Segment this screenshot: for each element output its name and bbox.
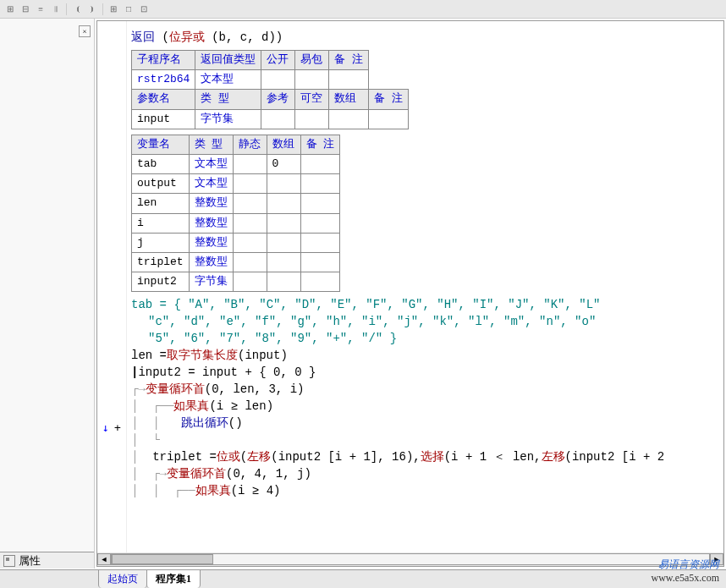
code-args: (i ≥ len) xyxy=(209,398,273,415)
cursor-icon: | xyxy=(131,365,138,382)
fn-shl: 左移 xyxy=(247,449,271,466)
fn-xor: 位异或 xyxy=(169,30,205,47)
toolbar-icon[interactable]: ≡ xyxy=(34,3,47,16)
toolbar-icon[interactable]: ⊡ xyxy=(137,3,151,16)
var-type[interactable]: 文本型 xyxy=(189,154,233,173)
col-array: 数组 xyxy=(329,90,369,109)
toolbar-icon[interactable]: ⊞ xyxy=(3,3,17,16)
subroutine-table: 子程序名 返回值类型 公开 易包 备 注 rstr2b64 文本型 参数名 类 … xyxy=(131,50,409,129)
code-args: (i ≥ 4) xyxy=(231,483,281,500)
code-text: (i + 1 ＜ len, xyxy=(444,449,542,466)
var-type[interactable]: 整数型 xyxy=(189,233,233,252)
code-text: (input2 [i + 1], 16), xyxy=(271,449,420,466)
fn-if: 如果真 xyxy=(195,483,231,500)
code-args: (0, len, 3, i) xyxy=(205,382,305,398)
col-rettype: 返回值类型 xyxy=(195,51,261,70)
top-toolbar: ⊞ ⊟ ≡ ⫴ ⟬ ⟭ ⊞ □ ⊡ xyxy=(0,0,726,19)
properties-tab[interactable]: 属性 xyxy=(0,552,94,569)
toolbar-icon[interactable]: ⟬ xyxy=(70,3,84,16)
args: (b, c, d) xyxy=(212,30,276,47)
col-param: 参数名 xyxy=(132,90,195,109)
code-line: "c", "d", "e", "f", "g", "h", "i", "j", … xyxy=(148,314,596,331)
sub-name[interactable]: rstr2b64 xyxy=(132,70,195,90)
var-type[interactable]: 整数型 xyxy=(189,194,233,213)
code-content[interactable]: 返回 ( 位异或 (b, c, d) ) 子程序名 返回值类型 公开 易包 备 … xyxy=(131,30,723,549)
code-text: ( xyxy=(240,449,247,466)
watermark: 易语言资源网 www.e5a5x.com xyxy=(651,558,719,585)
col-remark: 备 注 xyxy=(369,90,409,109)
var-type[interactable]: 整数型 xyxy=(189,252,233,272)
col-subname: 子程序名 xyxy=(132,51,195,70)
col-remark: 备 注 xyxy=(300,135,340,154)
scroll-left-icon[interactable]: ◄ xyxy=(97,553,111,565)
var-name[interactable]: tab xyxy=(132,154,190,173)
toolbar-icon[interactable]: ⊟ xyxy=(19,3,32,16)
variables-table: 变量名 类 型 静态 数组 备 注 tab文本型0 output文本型 len整… xyxy=(131,135,340,293)
properties-icon xyxy=(3,555,15,567)
tab-program-set[interactable]: 程序集1 xyxy=(146,569,201,588)
toolbar-icon[interactable]: ⊞ xyxy=(107,3,120,16)
table-row[interactable]: tab文本型0 xyxy=(132,154,340,173)
code-text: triplet = xyxy=(152,449,217,466)
toolbar-icon[interactable]: ⟭ xyxy=(85,3,99,16)
watermark-text: 易语言资源网 xyxy=(651,558,719,572)
code-line: input2 = input + { 0, 0 } xyxy=(138,365,316,382)
col-type: 类 型 xyxy=(189,135,233,154)
code-editor[interactable]: ↓ + 返回 ( 位异或 (b, c, d) ) 子程序名 返回值类型 公开 易… xyxy=(96,20,724,567)
table-row[interactable]: input 字节集 xyxy=(132,109,409,129)
table-row[interactable]: j整数型 xyxy=(132,233,340,252)
var-name[interactable]: i xyxy=(132,213,190,233)
col-nullable: 可空 xyxy=(295,90,329,109)
param-type[interactable]: 字节集 xyxy=(195,109,261,129)
var-name[interactable]: j xyxy=(132,233,190,252)
scroll-track[interactable] xyxy=(111,553,710,565)
code-args: (input) xyxy=(238,348,288,365)
horizontal-scrollbar[interactable]: ◄ ► xyxy=(97,552,723,566)
gutter: ↓ + xyxy=(97,21,127,566)
fn-bytelen: 取字节集长度 xyxy=(167,348,238,365)
param-name[interactable]: input xyxy=(132,109,195,129)
code-text: len = xyxy=(131,348,167,365)
close-icon[interactable]: × xyxy=(79,25,91,37)
table-row[interactable]: input2字节集 xyxy=(132,272,340,292)
sub-type[interactable]: 文本型 xyxy=(195,70,261,90)
toolbar-icon[interactable]: □ xyxy=(122,3,135,16)
properties-label: 属性 xyxy=(19,553,41,569)
gutter-down-icon: ↓ xyxy=(102,421,109,434)
table-row[interactable]: i整数型 xyxy=(132,213,340,233)
col-type: 类 型 xyxy=(195,90,261,109)
col-remark: 备 注 xyxy=(329,51,369,70)
var-type[interactable]: 整数型 xyxy=(189,213,233,233)
left-sidebar: × 属性 xyxy=(0,19,95,569)
tab-start-page[interactable]: 起始页 xyxy=(98,569,147,588)
toolbar-icon[interactable]: ⫴ xyxy=(49,3,63,16)
fn-loop: 变量循环首 xyxy=(146,382,205,398)
var-type[interactable]: 文本型 xyxy=(189,174,233,194)
var-type[interactable]: 字节集 xyxy=(189,272,233,292)
code-line: "5", "6", "7", "8", "9", "+", "/" } xyxy=(148,331,397,348)
fn-select: 选择 xyxy=(421,449,444,466)
keyword-return: 返回 xyxy=(131,30,155,47)
table-row[interactable]: output文本型 xyxy=(132,174,340,194)
var-name[interactable]: len xyxy=(132,194,190,213)
col-array: 数组 xyxy=(267,135,300,154)
code-args: (0, 4, 1, j) xyxy=(226,466,311,483)
watermark-url: www.e5a5x.com xyxy=(651,572,719,585)
table-row[interactable]: len整数型 xyxy=(132,194,340,213)
var-name[interactable]: output xyxy=(132,174,190,194)
col-public: 公开 xyxy=(261,51,295,70)
fn-break: 跳出循环 xyxy=(181,415,228,432)
code-args: () xyxy=(228,415,243,432)
fn-loop: 变量循环首 xyxy=(167,466,226,483)
scroll-thumb[interactable] xyxy=(112,554,213,564)
col-static: 静态 xyxy=(233,135,267,154)
col-varname: 变量名 xyxy=(132,135,190,154)
editor-tabs: 起始页 程序集1 xyxy=(0,569,726,588)
var-arr[interactable]: 0 xyxy=(267,154,300,173)
var-name[interactable]: triplet xyxy=(132,252,190,272)
code-line: tab = { "A", "B", "C", "D", "E", "F", "G… xyxy=(131,297,601,314)
var-name[interactable]: input2 xyxy=(132,272,190,292)
code-text: (input2 [i + 2 xyxy=(565,449,665,466)
table-row[interactable]: triplet整数型 xyxy=(132,252,340,272)
table-row[interactable]: rstr2b64 文本型 xyxy=(132,70,409,90)
